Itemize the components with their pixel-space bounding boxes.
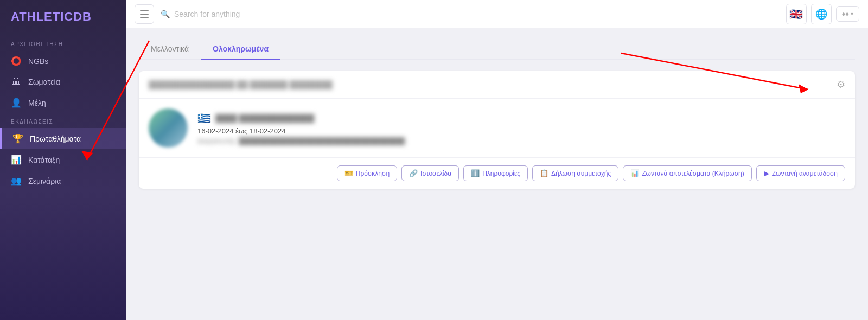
event-actions: 🎫 Πρόσκληση 🔗 Ιστοσελίδα ℹ️ Πληροφορίες … bbox=[139, 157, 855, 189]
logo-part1: ATHLETIC bbox=[11, 10, 73, 23]
flag-icon: 🇬🇧 bbox=[789, 8, 803, 21]
menu-line-3 bbox=[140, 17, 149, 18]
event-body: 🇬🇷 ████ ██████████████ 16-02-2024 έως 18… bbox=[139, 99, 855, 157]
plirofories-button[interactable]: ℹ️ Πληροφορίες bbox=[463, 165, 528, 181]
dilosi-button[interactable]: 📋 Δήλωση συμμετοχής bbox=[532, 165, 618, 181]
istosélida-button[interactable]: 🔗 Ιστοσελίδα bbox=[401, 165, 459, 181]
tabs-bar: Μελλοντικά Ολοκληρωμένα bbox=[139, 39, 855, 60]
sidebar-item-label: Πρωταθλήματα bbox=[30, 135, 81, 143]
organizer-value: ████████████████████████████████████ bbox=[239, 137, 405, 145]
organizer-label: Διοργανωτής: bbox=[197, 137, 237, 145]
event-name-row: 🇬🇷 ████ ██████████████ bbox=[197, 112, 845, 125]
event-card: ████████████████ ██ ███████ ████████ ⚙ 🇬… bbox=[139, 71, 855, 189]
section1-label: ΑΡΧΕΙΟΘΕΤΗΣΗ bbox=[0, 36, 126, 50]
globe-icon: 🌐 bbox=[815, 8, 827, 20]
trophy-icon: 🏆 bbox=[12, 133, 23, 144]
zontani-ana-button[interactable]: ▶ Ζωντανή αναμετάδοση bbox=[756, 165, 845, 181]
istosélida-label: Ιστοσελίδα bbox=[420, 170, 451, 177]
dilosi-label: Δήλωση συμμετοχής bbox=[551, 170, 611, 177]
clipboard-icon: 📋 bbox=[540, 169, 548, 177]
topbar-right: 🇬🇧 🌐 ♦♦ ▾ bbox=[786, 4, 859, 24]
sidebar-item-label: NGBs bbox=[28, 57, 48, 66]
sidebar-item-label: Σεμινάρια bbox=[28, 177, 61, 185]
person-icon: 👤 bbox=[11, 98, 22, 108]
menu-line-2 bbox=[140, 14, 149, 15]
sidebar-item-protathlimata[interactable]: 🏆 Πρωταθλήματα bbox=[0, 128, 126, 149]
event-card-header: ████████████████ ██ ███████ ████████ ⚙ bbox=[139, 71, 855, 99]
logo-text: ATHLETICDB bbox=[11, 10, 92, 24]
group-icon: 👥 bbox=[11, 176, 22, 186]
sidebar: ATHLETICDB ΑΡΧΕΙΟΘΕΤΗΣΗ ⭕ NGBs 🏛 Σωματεί… bbox=[0, 0, 126, 320]
diamond-button[interactable]: ♦♦ ▾ bbox=[836, 6, 859, 22]
event-image bbox=[149, 108, 188, 148]
main-area: 🔍 Search for anything 🇬🇧 🌐 ♦♦ ▾ Μελλοντι… bbox=[126, 0, 868, 320]
sidebar-item-somateía[interactable]: 🏛 Σωματεία bbox=[0, 72, 126, 92]
logo: ATHLETICDB bbox=[0, 0, 126, 36]
menu-button[interactable] bbox=[135, 4, 154, 24]
event-organizer: Διοργανωτής: ███████████████████████████… bbox=[197, 137, 845, 145]
event-card-title: ████████████████ ██ ███████ ████████ bbox=[149, 80, 333, 89]
tab-mellontika-label: Μελλοντικά bbox=[151, 44, 189, 53]
zontana-apo-label: Ζωντανά αποτελέσματα (Κλήρωση) bbox=[642, 170, 744, 177]
zontana-apo-button[interactable]: 📊 Ζωντανά αποτελέσματα (Κλήρωση) bbox=[623, 165, 752, 181]
sidebar-item-méli[interactable]: 👤 Μέλη bbox=[0, 92, 126, 113]
info-icon: ℹ️ bbox=[471, 169, 480, 177]
globe-button[interactable]: 🌐 bbox=[811, 4, 832, 24]
search-icon: 🔍 bbox=[161, 10, 170, 18]
section2-label: ΕΚΔΗΛΩΣΕΙΣ bbox=[0, 113, 126, 128]
content-area: Μελλοντικά Ολοκληρωμένα ████████████████… bbox=[126, 28, 868, 320]
diamond-icon: ♦♦ bbox=[842, 10, 849, 18]
search-bar: 🔍 Search for anything bbox=[161, 10, 780, 18]
menu-line-1 bbox=[140, 10, 149, 11]
ticket-icon: 🎫 bbox=[344, 169, 353, 177]
sidebar-item-label: Μέλη bbox=[28, 99, 46, 107]
logo-part2: DB bbox=[73, 10, 92, 23]
link-icon: 🔗 bbox=[409, 169, 418, 177]
sidebar-item-seminaria[interactable]: 👥 Σεμινάρια bbox=[0, 170, 126, 191]
tab-mellontika[interactable]: Μελλοντικά bbox=[139, 39, 201, 60]
circle-icon: ⭕ bbox=[11, 56, 22, 66]
tab-olokliromena[interactable]: Ολοκληρωμένα bbox=[201, 39, 280, 60]
prosklisi-label: Πρόσκληση bbox=[356, 170, 390, 177]
topbar: 🔍 Search for anything 🇬🇧 🌐 ♦♦ ▾ bbox=[126, 0, 868, 28]
sidebar-item-label: Κατάταξη bbox=[28, 156, 60, 164]
sidebar-item-ngbs[interactable]: ⭕ NGBs bbox=[0, 50, 126, 72]
event-info: 🇬🇷 ████ ██████████████ 16-02-2024 έως 18… bbox=[197, 112, 845, 145]
event-name: ████ ██████████████ bbox=[215, 114, 314, 123]
building-icon: 🏛 bbox=[11, 77, 22, 87]
sidebar-item-katataksi[interactable]: 📊 Κατάταξη bbox=[0, 149, 126, 170]
plirofories-label: Πληροφορίες bbox=[482, 170, 520, 177]
sidebar-item-label: Σωματεία bbox=[28, 78, 60, 86]
play-icon: ▶ bbox=[764, 169, 769, 177]
language-button[interactable]: 🇬🇧 bbox=[786, 4, 807, 24]
event-dates: 16-02-2024 έως 18-02-2024 bbox=[197, 127, 845, 135]
prosklisi-button[interactable]: 🎫 Πρόσκληση bbox=[337, 165, 397, 181]
search-placeholder[interactable]: Search for anything bbox=[174, 10, 240, 18]
country-flag: 🇬🇷 bbox=[197, 112, 211, 125]
dropdown-arrow: ▾ bbox=[851, 11, 853, 17]
tab-olokliromena-label: Ολοκληρωμένα bbox=[213, 44, 269, 53]
zontani-ana-label: Ζωντανή αναμετάδοση bbox=[772, 170, 838, 177]
settings-icon[interactable]: ⚙ bbox=[837, 79, 845, 91]
chart2-icon: 📊 bbox=[630, 169, 639, 177]
chart-icon: 📊 bbox=[11, 155, 22, 165]
